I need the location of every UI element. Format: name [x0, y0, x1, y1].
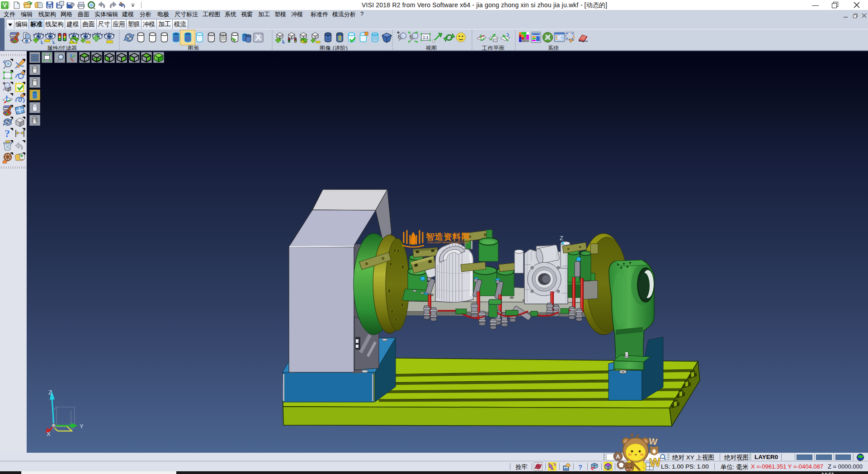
svg-text:V: V [3, 2, 6, 9]
svg-text:Z: Z [48, 389, 52, 396]
svg-text:智造资料网: 智造资料网 [425, 232, 470, 242]
svg-text:?: ? [5, 128, 10, 139]
svg-text:W: W [649, 455, 661, 469]
svg-text:A: A [616, 453, 620, 460]
svg-text:1:1: 1:1 [423, 35, 429, 40]
svg-text:Z: Z [560, 235, 563, 242]
svg-text:X: X [47, 431, 51, 437]
svg-text:Y: Y [80, 423, 84, 430]
svg-text:INTELLIGENT MANUFACTURING DATA: INTELLIGENT MANUFACTURING DATA [427, 241, 469, 244]
svg-text:W: W [648, 436, 658, 447]
